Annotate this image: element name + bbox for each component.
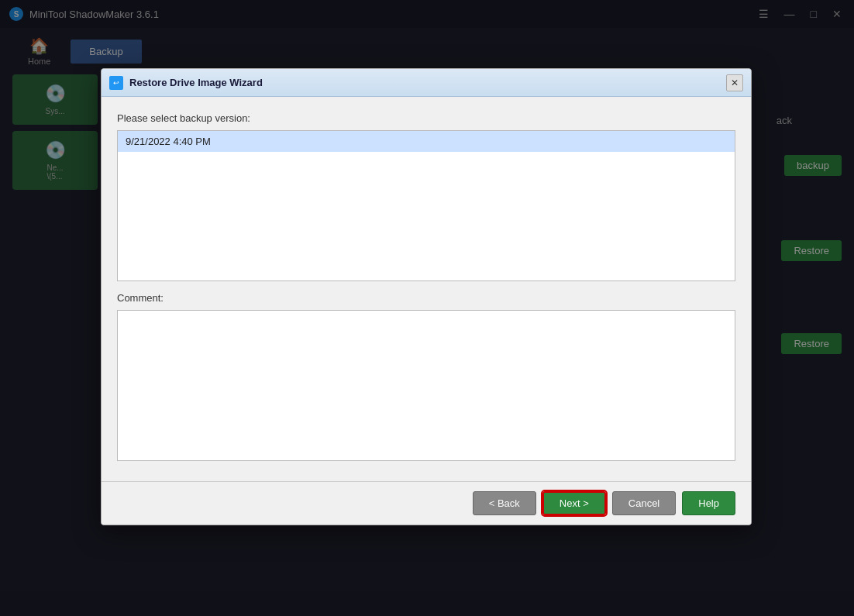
version-section-label: Please select backup version: xyxy=(117,112,735,124)
dialog-icon: ↩ xyxy=(109,76,123,90)
comment-section-label: Comment: xyxy=(117,292,735,304)
version-list[interactable]: 9/21/2022 4:40 PM xyxy=(117,130,735,281)
next-button[interactable]: Next > xyxy=(542,491,606,515)
dialog-title: Restore Drive Image Wizard xyxy=(129,77,726,88)
dialog-titlebar: ↩ Restore Drive Image Wizard ✕ xyxy=(102,69,751,97)
comment-input[interactable] xyxy=(117,310,735,461)
help-button[interactable]: Help xyxy=(682,491,735,515)
back-button[interactable]: < Back xyxy=(473,491,536,515)
dialog-footer: < Back Next > Cancel Help xyxy=(102,481,751,525)
dialog-body: Please select backup version: 9/21/2022 … xyxy=(102,97,751,472)
version-item[interactable]: 9/21/2022 4:40 PM xyxy=(118,131,735,152)
restore-wizard-dialog: ↩ Restore Drive Image Wizard ✕ Please se… xyxy=(101,68,752,525)
cancel-button[interactable]: Cancel xyxy=(612,491,676,515)
dialog-close-icon: ✕ xyxy=(731,77,739,88)
dialog-close-button[interactable]: ✕ xyxy=(726,74,743,91)
